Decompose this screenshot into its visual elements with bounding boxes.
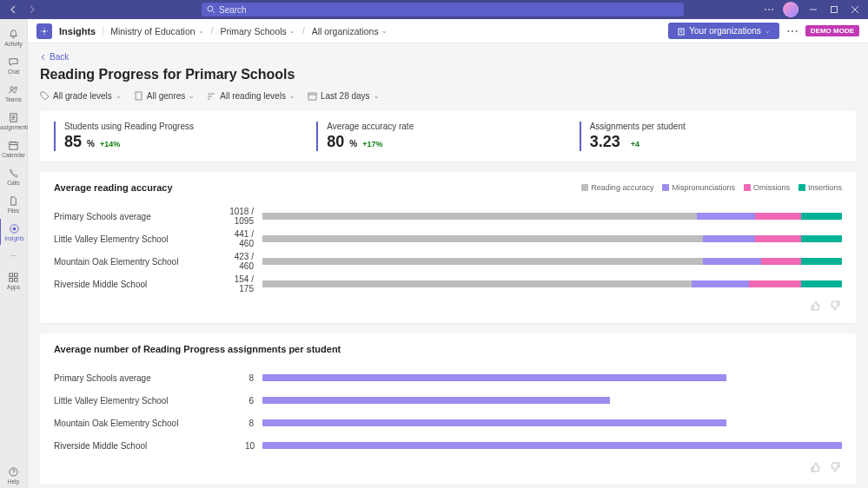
header-more-icon[interactable]: ⋯ [786,24,798,38]
maximize-icon[interactable] [828,3,840,16]
chart-row: Riverside Middle School154 / 175 [54,273,842,295]
chevron-down-icon: ⌄ [198,27,204,35]
stats-card: Students using Reading Progress 85%+14% … [40,111,856,162]
chevron-down-icon: ⌄ [289,92,295,100]
insights-brand-icon [36,23,52,39]
rail-apps[interactable]: Apps [0,267,28,293]
chat-icon [8,56,20,68]
accuracy-card: Average reading accuracy Reading accurac… [40,172,856,323]
building-icon [677,27,686,36]
assignments-card: Average number of Reading Progress assig… [40,333,856,485]
thumbs-down-icon[interactable] [830,462,842,474]
svg-point-0 [208,6,213,11]
rail-teams[interactable]: Teams [0,80,28,106]
svg-point-7 [13,227,17,230]
search-input[interactable]: Search [202,3,684,16]
back-link[interactable]: Back [40,52,856,62]
help-icon [8,465,20,478]
your-organizations-button[interactable]: Your organizations⌄ [668,23,779,39]
svg-point-2 [10,86,14,89]
svg-rect-15 [136,92,142,100]
rail-help[interactable]: Help [0,462,28,488]
card-title: Average reading accuracy [54,182,173,193]
rail-insights[interactable]: Insights [0,219,27,245]
calendar-icon [308,91,317,101]
chevron-down-icon: ⌄ [189,92,195,100]
levels-icon [207,91,216,101]
filter-levels[interactable]: All reading levels⌄ [207,91,295,101]
app-rail: Activity Chat Teams Assignments Calendar… [0,19,28,488]
legend-item: Mispronunciations [662,183,735,192]
legend-item: Insertions [798,183,842,192]
filter-range[interactable]: Last 28 days⌄ [308,91,380,101]
chevron-down-icon: ⌄ [374,92,380,100]
svg-rect-11 [14,278,17,281]
stat-accuracy: Average accuracy rate 80%+17% [316,122,579,151]
thumbs-up-icon[interactable] [811,462,823,474]
svg-point-13 [43,30,46,32]
crumb-sep: / [211,26,214,36]
titlebar-more-icon[interactable]: ⋯ [764,3,774,16]
rail-calls[interactable]: Calls [0,163,28,189]
chart-row: Little Valley Elementry School441 / 460 [54,228,842,250]
rail-files[interactable]: Files [0,191,28,217]
card-title: Average number of Reading Progress assig… [54,344,341,354]
chevron-down-icon: ⌄ [116,92,122,100]
nav-forward-icon[interactable] [24,3,38,16]
chart-row: Primary Schools average8 [54,366,842,389]
crumb-primary[interactable]: Primary Schools⌄ [220,26,295,36]
svg-rect-16 [308,93,316,100]
thumbs-down-icon[interactable] [830,300,842,313]
rail-more[interactable]: ⋯ [0,247,28,266]
filter-genres[interactable]: All genres⌄ [134,91,195,101]
minimize-icon[interactable] [807,3,819,16]
svg-rect-8 [10,273,13,276]
filter-bar: All grade levels⌄ All genres⌄ All readin… [40,91,856,101]
stat-students: Students using Reading Progress 85%+14% [54,122,316,151]
chart-row: Mountain Oak Elementry School423 / 460 [54,250,842,273]
phone-icon [8,167,20,179]
rail-assignments[interactable]: Assignments [0,108,28,134]
calendar-icon [8,139,20,151]
crumb-ministry[interactable]: Ministry of Education⌄ [110,26,203,36]
titlebar: Search ⋯ [0,0,868,19]
svg-rect-9 [14,273,17,276]
svg-rect-1 [832,7,838,13]
chart-row: Riverside Middle School10 [54,434,842,457]
nav-back-icon[interactable] [7,3,21,16]
legend-item: Omissions [744,183,790,192]
chevron-left-icon [40,54,47,61]
chevron-down-icon: ⌄ [765,27,771,35]
apps-icon [8,271,20,283]
breadcrumb: Insights Ministry of Education⌄ / Primar… [28,19,868,43]
svg-rect-10 [10,278,13,281]
accuracy-legend: Reading accuracyMispronunciationsOmissio… [581,183,842,192]
avatar[interactable] [783,2,798,17]
more-icon: ⋯ [8,250,20,262]
crumb-insights[interactable]: Insights [59,26,103,36]
rail-calendar[interactable]: Calendar [0,135,28,162]
close-icon[interactable] [849,3,861,16]
chart-row: Mountain Oak Elementry School8 [54,412,842,434]
insights-icon [9,222,21,234]
files-icon [8,195,20,207]
chevron-down-icon: ⌄ [289,27,295,35]
bell-icon [8,28,20,40]
stat-assignments: Assignments per student 3.23+4 [580,122,842,151]
search-placeholder: Search [219,5,247,15]
chart-row: Little Valley Elementry School6 [54,389,842,412]
chevron-down-icon: ⌄ [381,27,388,35]
svg-rect-5 [10,142,17,148]
assignments-icon [8,111,20,123]
rail-chat[interactable]: Chat [0,52,28,78]
search-icon [207,5,215,14]
crumb-allorgs[interactable]: All organizations⌄ [312,26,388,36]
crumb-sep: / [302,26,305,36]
chart-row: Primary Schools average1018 / 1095 [54,205,842,228]
svg-point-3 [15,87,17,89]
thumbs-up-icon[interactable] [811,300,823,313]
filter-grade[interactable]: All grade levels⌄ [40,91,122,101]
teams-icon [8,83,20,96]
rail-activity[interactable]: Activity [0,24,28,50]
tag-icon [40,91,50,101]
